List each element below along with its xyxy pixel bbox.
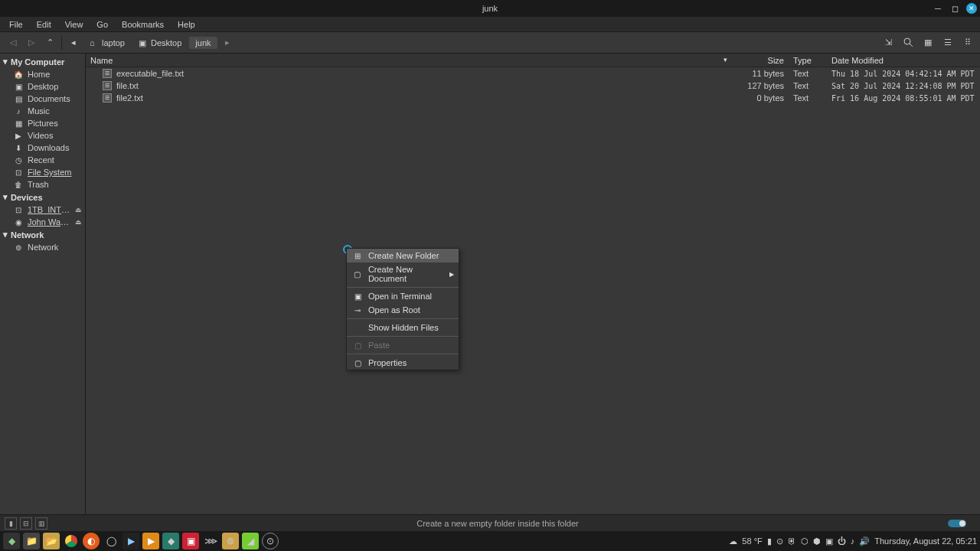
sidebar-item-icon: ♪: [14, 106, 23, 116]
sidebar-item[interactable]: 🗑Trash: [0, 178, 85, 191]
search-button[interactable]: [900, 35, 916, 51]
sidebar-item[interactable]: ▦Pictures: [0, 117, 85, 129]
compact-view-button[interactable]: ⠿: [960, 35, 975, 51]
toggle-location-button[interactable]: ⇲: [880, 35, 896, 51]
sidebar-item[interactable]: ◉John Wayn...⏏: [0, 216, 85, 228]
taskbar-chrome-icon[interactable]: [63, 533, 80, 549]
taskbar-app4-icon[interactable]: ⊚: [222, 533, 239, 549]
toolbar: ◁ ▷ ⌃ ◂ ⌂ laptop ▣ Desktop junk ▸ ⇲ ▦ ☰ …: [0, 32, 980, 54]
file-size: 11 bytes: [735, 69, 789, 78]
context-menu-label: Paste: [368, 341, 390, 350]
minimize-button[interactable]: ─: [933, 3, 943, 14]
context-menu-item[interactable]: ⊞Create New Folder: [347, 249, 459, 262]
taskbar-firefox-icon[interactable]: ◐: [83, 533, 100, 549]
sidebar-item[interactable]: ◷Recent: [0, 154, 85, 166]
sidebar-item[interactable]: ⊡File System: [0, 166, 85, 178]
context-menu-item[interactable]: ⊸Open as Root: [347, 303, 459, 317]
taskbar-app2-icon[interactable]: ◆: [162, 533, 179, 549]
context-menu-label: Create New Folder: [368, 251, 439, 260]
tray-shield-icon[interactable]: ⛨: [788, 536, 796, 546]
taskbar-kdenlive-icon[interactable]: ⋙: [202, 533, 219, 549]
menu-view[interactable]: View: [59, 18, 90, 31]
file-type: Text: [789, 69, 827, 78]
context-menu-separator: [347, 336, 459, 337]
tray-updates-icon[interactable]: ⬡: [801, 536, 808, 546]
sidebar-item-icon: ▤: [14, 94, 23, 103]
column-type[interactable]: Type: [789, 56, 827, 65]
context-menu-separator: [347, 287, 459, 288]
sidebar-item[interactable]: ⬇Downloads: [0, 142, 85, 154]
home-icon: ⌂: [90, 38, 99, 47]
up-button[interactable]: ⌃: [41, 35, 58, 51]
taskbar-media-icon[interactable]: ▶: [142, 533, 159, 549]
file-name: file.txt: [116, 81, 139, 90]
context-menu-item[interactable]: ▢Properties: [347, 356, 459, 370]
context-menu-item[interactable]: ▣Open in Terminal: [347, 289, 459, 303]
file-row[interactable]: ☰executable_file.txt11 bytesTextThu 18 J…: [86, 67, 980, 80]
sidebar-item[interactable]: ▶Videos: [0, 129, 85, 142]
maximize-button[interactable]: ◻: [949, 3, 960, 14]
tray-weather-icon[interactable]: ☁: [729, 536, 737, 546]
sidebar-item[interactable]: ⊡1TB_INTER...⏏: [0, 204, 85, 216]
tray-volume-icon[interactable]: 🔊: [859, 536, 870, 546]
file-name: executable_file.txt: [116, 69, 184, 78]
zoom-toggle[interactable]: [948, 520, 966, 527]
breadcrumb-junk[interactable]: junk: [189, 37, 217, 49]
tray-bluetooth-icon[interactable]: ⬢: [813, 536, 821, 546]
context-menu-item[interactable]: ▢Create New Document▶: [347, 262, 459, 285]
crumb-forward-button[interactable]: ▸: [219, 35, 236, 51]
file-icon: ☰: [103, 93, 112, 103]
menu-help[interactable]: Help: [172, 18, 201, 31]
context-menu-item[interactable]: Show Hidden Files: [347, 321, 459, 334]
taskbar-app3-icon[interactable]: ▣: [182, 533, 199, 549]
taskbar-files-icon[interactable]: 📁: [23, 533, 40, 549]
menu-bookmarks[interactable]: Bookmarks: [116, 18, 170, 31]
tray-network-icon[interactable]: ⏻: [838, 536, 846, 546]
menu-go[interactable]: Go: [90, 18, 114, 31]
search-icon: [903, 37, 913, 47]
column-date[interactable]: Date Modified: [827, 56, 980, 65]
hide-sidebar-button[interactable]: ▥: [35, 517, 47, 530]
menu-file[interactable]: File: [3, 18, 29, 31]
sidebar-item[interactable]: ♪Music: [0, 105, 85, 117]
sidebar-section-devices[interactable]: ▾ Devices: [0, 191, 85, 204]
back-button[interactable]: ◁: [5, 35, 21, 51]
menu-edit[interactable]: Edit: [31, 18, 57, 31]
taskbar-app-icon[interactable]: ▶: [122, 533, 139, 549]
sidebar-section-network[interactable]: ▾ Network: [0, 228, 85, 241]
context-menu-icon: ⊞: [353, 251, 362, 260]
start-menu-button[interactable]: ◆: [3, 533, 20, 549]
close-button[interactable]: ✕: [966, 3, 977, 14]
icon-view-button[interactable]: ▦: [920, 35, 936, 51]
sidebar-item[interactable]: 🏠Home: [0, 68, 85, 80]
crumb-back-button[interactable]: ◂: [65, 35, 82, 51]
list-view-button[interactable]: ☰: [940, 35, 956, 51]
tray-display-icon[interactable]: ▣: [825, 536, 833, 546]
column-name[interactable]: Name▾: [86, 56, 735, 65]
show-places-button[interactable]: ▮: [5, 517, 17, 530]
show-tree-button[interactable]: ⊟: [20, 517, 32, 530]
tray-sound-icon[interactable]: ♪: [851, 536, 855, 546]
file-row[interactable]: ☰file.txt127 bytesTextSat 20 Jul 2024 12…: [86, 80, 980, 92]
taskbar-app5-icon[interactable]: ◢: [242, 533, 259, 549]
file-pane[interactable]: Name▾ Size Type Date Modified ☰executabl…: [86, 54, 980, 514]
tray-clock[interactable]: Thursday, August 22, 05:21: [874, 536, 977, 546]
tray-temp[interactable]: 58 °F: [742, 536, 762, 546]
breadcrumb-desktop[interactable]: ▣ Desktop: [132, 37, 188, 49]
eject-icon[interactable]: ⏏: [75, 218, 82, 226]
sidebar-item[interactable]: ⊚Network: [0, 241, 85, 253]
tray-record-icon[interactable]: ⊙: [776, 536, 783, 546]
column-size[interactable]: Size: [735, 56, 789, 65]
eject-icon[interactable]: ⏏: [75, 206, 82, 214]
tray-battery-icon[interactable]: ▮: [767, 536, 772, 546]
sidebar-section-my-computer[interactable]: ▾ My Computer: [0, 55, 85, 68]
sidebar-item[interactable]: ▤Documents: [0, 93, 85, 105]
sidebar-item[interactable]: ▣Desktop: [0, 80, 85, 93]
taskbar-mint-icon[interactable]: ⊙: [262, 533, 279, 549]
file-row[interactable]: ☰file2.txt0 bytesTextFri 16 Aug 2024 08:…: [86, 92, 980, 104]
breadcrumb-laptop[interactable]: ⌂ laptop: [83, 37, 131, 49]
taskbar-steam-icon[interactable]: ◯: [103, 533, 119, 549]
separator: [61, 36, 62, 50]
taskbar-filemanager-icon[interactable]: 📂: [43, 533, 60, 549]
forward-button[interactable]: ▷: [23, 35, 40, 51]
